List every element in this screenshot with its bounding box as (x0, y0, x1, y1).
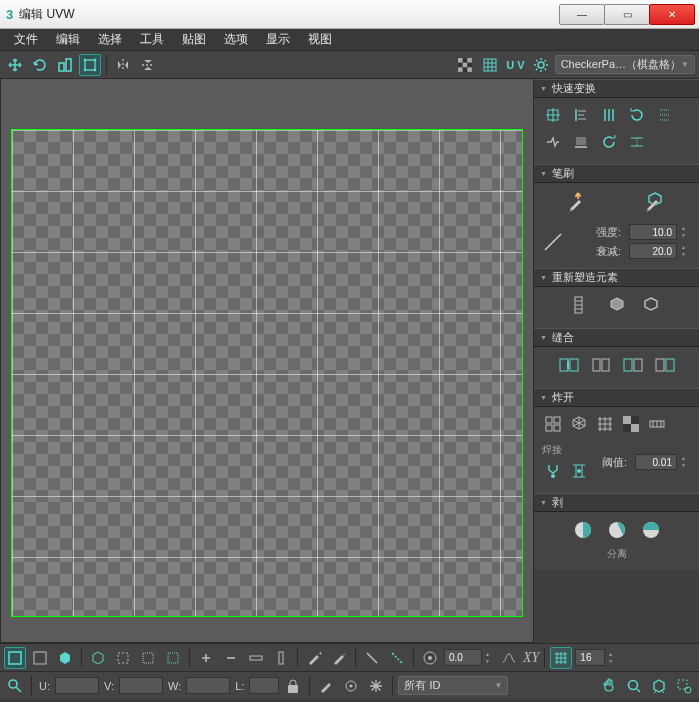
straighten-icon[interactable] (569, 293, 597, 317)
edge-select-icon[interactable] (361, 647, 383, 669)
stitch-avg-icon[interactable] (619, 353, 647, 377)
id-dropdown[interactable]: 所有 ID ▼ (398, 676, 508, 695)
rollout-quick-transform-head[interactable]: 快速变换 (534, 79, 699, 98)
spinner-arrows-icon[interactable]: ▲▼ (681, 225, 691, 239)
select-mode-a-icon[interactable] (112, 647, 134, 669)
rollout-stitch-head[interactable]: 缝合 (534, 328, 699, 347)
spinner-arrows-icon[interactable]: ▲▼ (608, 651, 618, 665)
spinner-arrows-icon[interactable]: ▲▼ (681, 244, 691, 258)
spacing-icon[interactable] (626, 131, 648, 153)
lock-icon[interactable] (282, 675, 304, 697)
menu-file[interactable]: 文件 (6, 29, 46, 50)
break-grid-icon[interactable] (594, 413, 616, 435)
rollout-reshape-head[interactable]: 重新塑造元素 (534, 268, 699, 287)
falloff-curve-icon[interactable] (498, 647, 520, 669)
menu-view[interactable]: 视图 (300, 29, 340, 50)
menu-edit[interactable]: 编辑 (48, 29, 88, 50)
peel-1-icon[interactable] (569, 518, 597, 542)
rotation-input[interactable]: 0.0 (444, 649, 482, 666)
select-mode-c-icon[interactable] (162, 647, 184, 669)
minimize-button[interactable]: — (559, 4, 605, 25)
zoom-icon[interactable] (623, 675, 645, 697)
ring-icon[interactable] (270, 647, 292, 669)
menu-display[interactable]: 显示 (258, 29, 298, 50)
paint-select-add-icon[interactable]: + (303, 647, 325, 669)
l-input[interactable] (249, 677, 279, 694)
move-icon[interactable] (4, 54, 26, 76)
scale-icon[interactable] (54, 54, 76, 76)
loop-icon[interactable] (245, 647, 267, 669)
snap-grid-icon[interactable] (550, 647, 572, 669)
distribute-icon[interactable] (654, 104, 676, 126)
spinner-arrows-icon[interactable]: ▲▼ (681, 455, 691, 469)
select-mode-b-icon[interactable] (137, 647, 159, 669)
map-dropdown[interactable]: CheckerPa…（棋盘格） ▼ (555, 55, 695, 74)
grid-toggle-icon[interactable] (479, 54, 501, 76)
peel-2-icon[interactable] (603, 518, 631, 542)
viewport-area[interactable] (0, 79, 533, 643)
rotate-icon[interactable] (29, 54, 51, 76)
relax-element2-icon[interactable] (637, 293, 665, 317)
zoom-region-icon[interactable] (673, 675, 695, 697)
mirror-v-icon[interactable] (137, 54, 159, 76)
weld-all-icon[interactable] (568, 460, 590, 482)
break-poly-icon[interactable] (542, 413, 564, 435)
sel-face-icon[interactable] (54, 647, 76, 669)
rollout-peel-head[interactable]: 剥 (534, 493, 699, 512)
rollout-brush-head[interactable]: 笔刷 (534, 164, 699, 183)
pin-icon[interactable] (4, 675, 26, 697)
snap-icon[interactable] (542, 131, 564, 153)
maximize-button[interactable]: ▭ (604, 4, 650, 25)
align-vert-icon[interactable] (598, 104, 620, 126)
seam-icon[interactable] (386, 647, 408, 669)
threshold-spinner[interactable]: 0.01 (635, 454, 677, 470)
snowflake-icon[interactable] (365, 675, 387, 697)
relax-element-icon[interactable] (603, 293, 631, 317)
move-brush-icon[interactable] (564, 189, 592, 213)
grid-size-input[interactable]: 16 (575, 649, 605, 666)
falloff-spinner[interactable]: 20.0 (629, 243, 677, 259)
paint-icon[interactable] (315, 675, 337, 697)
stitch-target-icon[interactable] (651, 353, 679, 377)
break-check-icon[interactable] (620, 413, 642, 435)
mirror-h-icon[interactable] (112, 54, 134, 76)
grow-icon[interactable] (195, 647, 217, 669)
peel-3-icon[interactable] (637, 518, 665, 542)
rollout-explode-head[interactable]: 炸开 (534, 388, 699, 407)
menu-options[interactable]: 选项 (216, 29, 256, 50)
zoom-extents-icon[interactable] (648, 675, 670, 697)
spinner-arrows-icon[interactable]: ▲▼ (485, 651, 495, 665)
rotate-cw-icon[interactable] (626, 104, 648, 126)
uv-viewport[interactable] (11, 129, 523, 617)
gear-icon[interactable] (530, 54, 552, 76)
u-input[interactable] (55, 677, 99, 694)
break-flatten-icon[interactable] (646, 413, 668, 435)
sel-element-icon[interactable] (87, 647, 109, 669)
menu-select[interactable]: 选择 (90, 29, 130, 50)
falloff-icon[interactable] (419, 647, 441, 669)
shrink-icon[interactable] (220, 647, 242, 669)
stitch-source-icon[interactable] (587, 353, 615, 377)
menu-mapping[interactable]: 贴图 (174, 29, 214, 50)
relax-brush-icon[interactable] (641, 189, 669, 213)
snap-bottom-icon[interactable] (570, 131, 592, 153)
hand-icon[interactable] (598, 675, 620, 697)
paint-select-sub-icon[interactable]: - (328, 647, 350, 669)
rotate-ccw-icon[interactable] (598, 131, 620, 153)
strength-spinner[interactable]: 10.0 (629, 224, 677, 240)
align-left-icon[interactable] (570, 104, 592, 126)
freeform-icon[interactable] (79, 54, 101, 76)
sel-vertex-icon[interactable] (4, 647, 26, 669)
v-input[interactable] (119, 677, 163, 694)
stitch-selected-icon[interactable] (555, 353, 583, 377)
sel-edge-icon[interactable] (29, 647, 51, 669)
align-icon[interactable] (542, 104, 564, 126)
checker-toggle-icon[interactable] (454, 54, 476, 76)
brush-line-icon[interactable] (542, 231, 564, 253)
target-icon[interactable] (340, 675, 362, 697)
w-input[interactable] (186, 677, 230, 694)
menu-tools[interactable]: 工具 (132, 29, 172, 50)
break-geo-icon[interactable] (568, 413, 590, 435)
weld-selected-icon[interactable] (542, 460, 564, 482)
close-button[interactable]: ✕ (649, 4, 695, 25)
